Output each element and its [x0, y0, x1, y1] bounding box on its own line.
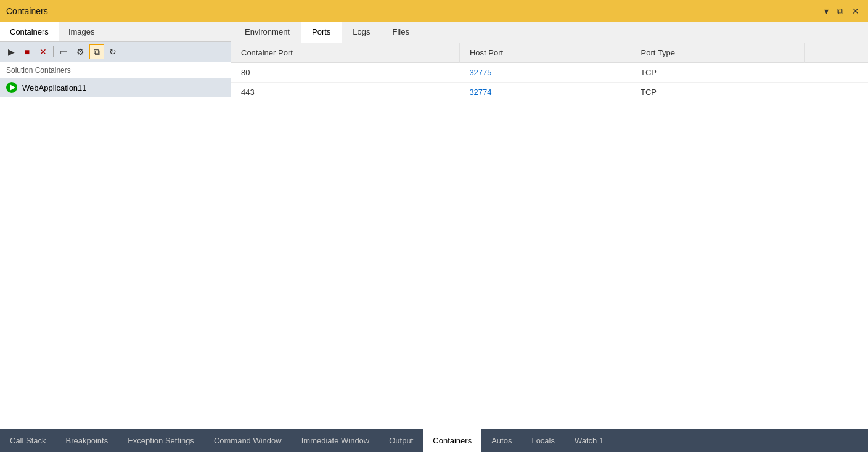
- bottom-tab-exception-settings[interactable]: Exception Settings: [118, 429, 204, 452]
- right-panel: Environment Ports Logs Files Container P…: [231, 22, 868, 429]
- right-tabs: Environment Ports Logs Files: [231, 22, 868, 43]
- close-btn[interactable]: ✕: [850, 5, 862, 17]
- restore-btn[interactable]: ⧉: [835, 5, 846, 18]
- separator-1: [53, 46, 54, 57]
- tab-containers[interactable]: Containers: [0, 22, 59, 41]
- play-triangle-icon: [10, 84, 15, 91]
- title-bar: Containers ▾ ⧉ ✕: [0, 0, 868, 22]
- table-row: 80 32775 TCP: [231, 63, 868, 83]
- stop-button[interactable]: ■: [20, 44, 35, 59]
- container-port-1: 80: [231, 63, 459, 83]
- bottom-tab-containers[interactable]: Containers: [423, 429, 481, 452]
- host-port-1[interactable]: 32775: [459, 63, 631, 83]
- bottom-tab-locals[interactable]: Locals: [522, 429, 565, 452]
- ports-table: Container Port Host Port Port Type 80 32…: [231, 43, 868, 102]
- running-indicator: [6, 82, 17, 93]
- left-panel: Containers Images ▶ ■ ✕ ▭ ⚙ ⧉ ↻ Solution…: [0, 22, 231, 429]
- copy-button[interactable]: ⧉: [89, 44, 104, 59]
- left-tabs: Containers Images: [0, 22, 231, 42]
- col-port-type: Port Type: [631, 43, 804, 63]
- bottom-tab-watch1[interactable]: Watch 1: [565, 429, 613, 452]
- bottom-tab-bar: Call Stack Breakpoints Exception Setting…: [0, 429, 868, 452]
- start-button[interactable]: ▶: [4, 44, 18, 59]
- host-port-2[interactable]: 32774: [459, 83, 631, 102]
- container-port-2: 443: [231, 83, 459, 102]
- extra-2: [804, 83, 868, 102]
- tab-files[interactable]: Files: [382, 22, 420, 43]
- table-header-row: Container Port Host Port Port Type: [231, 43, 868, 63]
- bottom-tab-breakpoints[interactable]: Breakpoints: [56, 429, 118, 452]
- settings-button[interactable]: ⚙: [73, 44, 88, 59]
- section-label: Solution Containers: [0, 62, 231, 78]
- tab-logs[interactable]: Logs: [342, 22, 381, 43]
- col-container-port: Container Port: [231, 43, 459, 63]
- delete-button[interactable]: ✕: [36, 44, 51, 59]
- bottom-tab-output[interactable]: Output: [379, 429, 423, 452]
- bottom-tab-immediate-window[interactable]: Immediate Window: [292, 429, 380, 452]
- port-type-1: TCP: [631, 63, 804, 83]
- toolbar: ▶ ■ ✕ ▭ ⚙ ⧉ ↻: [0, 42, 231, 62]
- tab-ports[interactable]: Ports: [301, 22, 342, 43]
- main-content: Containers Images ▶ ■ ✕ ▭ ⚙ ⧉ ↻ Solution…: [0, 22, 868, 429]
- bottom-tab-command-window[interactable]: Command Window: [204, 429, 292, 452]
- table-row: 443 32774 TCP: [231, 83, 868, 102]
- tab-images[interactable]: Images: [59, 22, 105, 41]
- terminal-button[interactable]: ▭: [56, 44, 72, 59]
- col-extra: [804, 43, 868, 63]
- bottom-tab-call-stack[interactable]: Call Stack: [0, 429, 56, 452]
- tab-environment[interactable]: Environment: [234, 22, 301, 43]
- col-host-port: Host Port: [459, 43, 631, 63]
- port-type-2: TCP: [631, 83, 804, 102]
- extra-1: [804, 63, 868, 83]
- container-item[interactable]: WebApplication11: [0, 78, 231, 97]
- window-title: Containers: [6, 6, 48, 16]
- refresh-button[interactable]: ↻: [105, 44, 120, 59]
- window-controls: ▾ ⧉ ✕: [822, 5, 862, 18]
- container-name: WebApplication11: [22, 83, 87, 92]
- bottom-tab-autos[interactable]: Autos: [481, 429, 522, 452]
- dropdown-btn[interactable]: ▾: [822, 5, 831, 17]
